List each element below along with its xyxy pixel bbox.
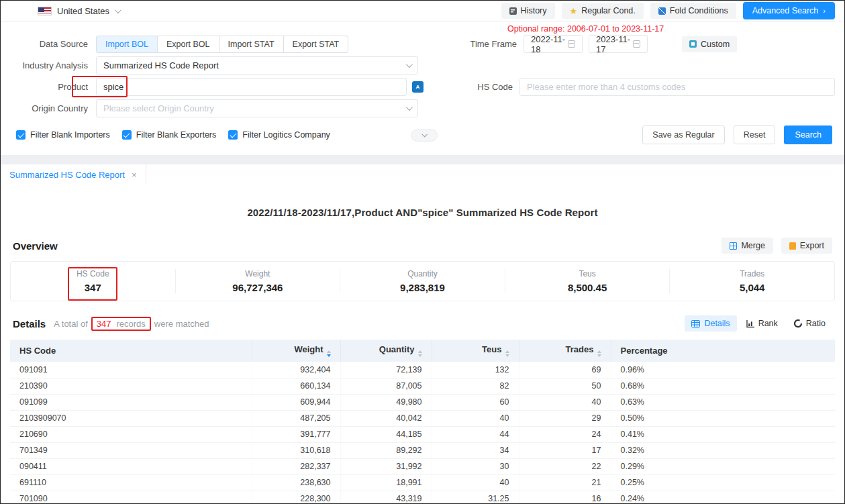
- merge-button[interactable]: Merge: [722, 238, 773, 254]
- industry-analysis-select[interactable]: Summarized HS Code Report: [96, 56, 418, 74]
- filter-panel: Optional range: 2006-07-01 to 2023-11-17…: [1, 21, 844, 155]
- view-tab-ratio[interactable]: Ratio: [787, 315, 832, 332]
- date-to-input[interactable]: 2023-11-17: [589, 35, 648, 53]
- custom-range-button[interactable]: Custom: [682, 36, 737, 52]
- view-toggle: DetailsRankRatio: [685, 315, 832, 332]
- history-icon: [509, 7, 517, 15]
- column-label: Teus: [482, 344, 501, 354]
- export-button[interactable]: Export: [781, 238, 832, 254]
- matched-prefix: A total of: [54, 319, 88, 329]
- table-row: 090411282,33731,99230220.29%: [10, 458, 835, 474]
- cell-quantity: 49,980: [340, 394, 432, 410]
- column-header-weight[interactable]: Weight: [252, 340, 340, 362]
- topbar: United States History ★ Regular Cond. Fo…: [1, 1, 844, 21]
- data-source-label: Data Source: [10, 39, 88, 49]
- arrow-right-icon: ›: [823, 7, 826, 15]
- search-button[interactable]: Search: [784, 125, 832, 144]
- tab-label: Summarized HS Code Report: [9, 170, 125, 180]
- stat-value: 96,727,346: [176, 282, 340, 293]
- us-flag-icon: [38, 7, 52, 15]
- merge-label: Merge: [741, 241, 764, 250]
- data-source-tab-import-bol[interactable]: Import BOL: [96, 36, 158, 53]
- checkbox-filter-logitics-company[interactable]: Filter Logitics Company: [228, 130, 330, 140]
- close-icon[interactable]: ×: [132, 170, 137, 180]
- star-icon: ★: [570, 7, 578, 15]
- calendar-icon: [633, 40, 640, 48]
- stat-value: 347: [11, 282, 175, 293]
- report-content: 2022/11/18-2023/11/17,Product AND"spice"…: [1, 207, 844, 504]
- view-tab-details[interactable]: Details: [685, 315, 736, 332]
- hs-code-input[interactable]: [519, 78, 835, 96]
- cell-teus: 30: [432, 458, 519, 474]
- data-source-tabs: Import BOLExport BOLImport STATExport ST…: [96, 36, 348, 53]
- stat-trades: Trades5,044: [669, 269, 834, 293]
- time-frame-label: Time Frame: [450, 39, 517, 49]
- cell-hs-code: 691110: [10, 474, 252, 491]
- export-label: Export: [800, 241, 824, 250]
- cell-percentage: 0.24%: [611, 491, 835, 504]
- overview-title: Overview: [13, 240, 58, 252]
- stat-value: 8,500.45: [505, 282, 670, 293]
- view-tab-label: Details: [704, 319, 730, 328]
- checkbox-filter-blank-exporters[interactable]: Filter Blank Exporters: [122, 130, 216, 140]
- cell-percentage: 0.25%: [611, 474, 835, 491]
- matched-word: records: [117, 319, 146, 329]
- cell-percentage: 0.63%: [611, 394, 835, 410]
- chevron-down-icon: [406, 104, 413, 111]
- cell-weight: 487,205: [252, 410, 340, 426]
- cell-teus: 34: [432, 442, 519, 458]
- advanced-search-label: Advanced Search: [752, 6, 819, 15]
- save-as-regular-button[interactable]: Save as Regular: [642, 125, 724, 144]
- filter-options-row: Filter Blank ImportersFilter Blank Expor…: [10, 126, 835, 144]
- reset-button[interactable]: Reset: [734, 125, 776, 144]
- checkbox-filter-blank-importers[interactable]: Filter Blank Importers: [16, 130, 110, 140]
- fold-icon: [658, 7, 666, 15]
- rank-icon: [746, 320, 754, 327]
- collapse-conditions-button[interactable]: [411, 129, 438, 142]
- column-header-percentage: Percentage: [611, 340, 835, 362]
- data-source-tab-export-bol[interactable]: Export BOL: [157, 36, 219, 53]
- cell-trades: 17: [519, 442, 611, 458]
- regular-cond-button[interactable]: ★ Regular Cond.: [562, 3, 644, 19]
- column-header-quantity[interactable]: Quantity: [340, 340, 432, 362]
- checkbox-label: Filter Blank Importers: [30, 130, 110, 140]
- cell-percentage: 0.68%: [611, 378, 835, 394]
- cell-weight: 228,300: [252, 491, 340, 504]
- tab-summarized-hs-code-report[interactable]: Summarized HS Code Report ×: [1, 164, 146, 185]
- table-row: 691110238,63018,99140210.25%: [10, 474, 835, 491]
- cell-weight: 310,618: [252, 442, 340, 458]
- product-label: Product: [10, 82, 88, 92]
- column-label: Trades: [566, 344, 594, 354]
- history-button[interactable]: History: [501, 3, 555, 19]
- origin-country-select[interactable]: Please select Origin Country: [96, 99, 418, 117]
- annotation-box-count: 347 records: [91, 317, 151, 331]
- data-source-tab-import-stat[interactable]: Import STAT: [219, 36, 284, 53]
- fold-conditions-button[interactable]: Fold Conditions: [650, 3, 736, 19]
- cell-quantity: 18,991: [340, 474, 432, 491]
- cell-percentage: 0.96%: [611, 362, 835, 378]
- column-header-teus[interactable]: Teus: [432, 340, 519, 362]
- view-tab-rank[interactable]: Rank: [740, 315, 785, 332]
- stat-label: Trades: [670, 269, 834, 279]
- data-source-tab-export-stat[interactable]: Export STAT: [283, 36, 349, 53]
- cell-trades: 69: [519, 362, 611, 378]
- product-row: Product A HS Code: [10, 78, 835, 96]
- cell-quantity: 89,292: [340, 442, 432, 458]
- cell-weight: 660,134: [252, 378, 340, 394]
- column-label: HS Code: [19, 346, 56, 356]
- column-label: Percentage: [621, 346, 668, 356]
- data-source-row: Data Source Import BOLExport BOLImport S…: [10, 35, 835, 53]
- cell-quantity: 87,005: [340, 378, 432, 394]
- column-header-trades[interactable]: Trades: [519, 340, 611, 362]
- column-label: Weight: [294, 344, 323, 354]
- stat-value: 9,283,819: [340, 282, 505, 293]
- hs-code-label: HS Code: [446, 82, 513, 92]
- advanced-search-button[interactable]: Advanced Search ›: [743, 2, 835, 19]
- date-from-input[interactable]: 2022-11-18: [524, 35, 583, 53]
- product-input[interactable]: [96, 78, 407, 96]
- cell-quantity: 40,042: [340, 410, 432, 426]
- cell-trades: 21: [519, 474, 611, 491]
- checkbox-label: Filter Logitics Company: [242, 130, 330, 140]
- translate-icon[interactable]: A: [412, 81, 424, 93]
- country-selector[interactable]: United States: [38, 6, 119, 16]
